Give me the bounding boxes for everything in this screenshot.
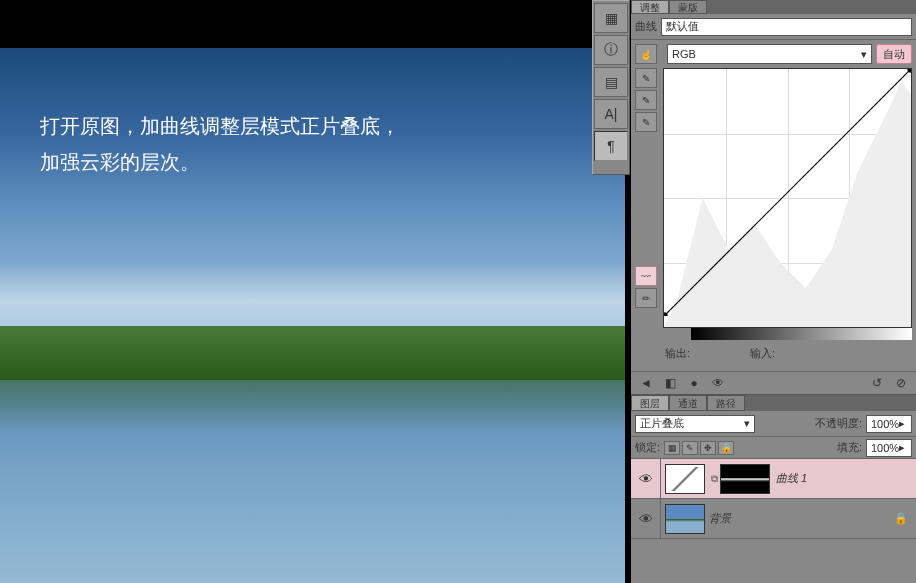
clip-icon[interactable]: ◧ (661, 375, 679, 391)
eye-icon[interactable]: 👁 (709, 375, 727, 391)
eyedropper-gray-icon[interactable]: ✎ (635, 90, 657, 110)
visibility-icon[interactable]: ● (685, 375, 703, 391)
lock-icon: 🔒 (894, 512, 908, 525)
paragraph-icon[interactable]: ¶ (594, 131, 628, 161)
auto-button[interactable]: 自动 (876, 44, 912, 64)
chevron-down-icon: ▾ (744, 417, 750, 430)
histogram-icon[interactable]: ▦ (594, 3, 628, 33)
curves-graph[interactable] (663, 68, 912, 328)
layer-name[interactable]: 曲线 1 (776, 471, 807, 486)
lock-label: 锁定: (635, 440, 660, 455)
fill-label: 填充: (837, 440, 862, 455)
lock-position-icon[interactable]: ✥ (700, 441, 716, 455)
layers-tabs: 图层 通道 路径 (631, 395, 916, 411)
blend-mode-row: 正片叠底 ▾ 不透明度: 100%▸ (631, 411, 916, 437)
eyedropper-white-icon[interactable]: ✎ (635, 112, 657, 132)
adjustment-thumbnail[interactable] (665, 464, 705, 494)
layer-name[interactable]: 背景 (709, 511, 731, 526)
swatches-icon[interactable]: ▤ (594, 67, 628, 97)
character-icon[interactable]: A| (594, 99, 628, 129)
tab-adjustments[interactable]: 调整 (631, 0, 669, 14)
tab-paths[interactable]: 路径 (707, 395, 745, 411)
layer-thumbnail[interactable] (665, 504, 705, 534)
input-gradient (691, 328, 912, 340)
overlay-text: 打开原图，加曲线调整层模式正片叠底， 加强云彩的层次。 (40, 108, 400, 180)
eye-icon[interactable]: 👁 (639, 471, 653, 487)
adjustments-tabs: 调整 蒙版 (631, 0, 916, 14)
tab-layers[interactable]: 图层 (631, 395, 669, 411)
curves-header: 曲线 默认值 (631, 14, 916, 40)
opacity-input[interactable]: 100%▸ (866, 415, 912, 433)
reset-icon[interactable]: ↺ (868, 375, 886, 391)
panels-area: 调整 蒙版 曲线 默认值 ☝ RGB ▾ 自动 ✎ ✎ ✎ 〰 (631, 0, 916, 583)
preset-dropdown[interactable]: 默认值 (661, 18, 912, 36)
layers-list: 👁 ⧉ 曲线 1 👁 背景 🔒 (631, 459, 916, 539)
document-image: 打开原图，加曲线调整层模式正片叠底， 加强云彩的层次。 (0, 48, 625, 583)
fill-input[interactable]: 100%▸ (866, 439, 912, 457)
output-label: 输出: (665, 346, 690, 361)
lock-row: 锁定: ▦ ✎ ✥ 🔒 填充: 100%▸ (631, 437, 916, 459)
link-icon[interactable]: ⧉ (711, 473, 718, 485)
mask-thumbnail[interactable] (720, 464, 770, 494)
lock-pixels-icon[interactable]: ✎ (682, 441, 698, 455)
eyedropper-black-icon[interactable]: ✎ (635, 68, 657, 88)
canvas-area[interactable]: 打开原图，加曲线调整层模式正片叠底， 加强云彩的层次。 (0, 48, 625, 583)
opacity-label: 不透明度: (815, 416, 862, 431)
layer-row[interactable]: 👁 ⧉ 曲线 1 (631, 459, 916, 499)
tab-channels[interactable]: 通道 (669, 395, 707, 411)
curves-label: 曲线 (635, 19, 657, 34)
channel-dropdown[interactable]: RGB ▾ (667, 44, 872, 64)
info-icon[interactable]: ⓘ (594, 35, 628, 65)
curves-panel: ☝ RGB ▾ 自动 ✎ ✎ ✎ 〰 ✏ (631, 40, 916, 371)
adjustments-footer: ◄ ◧ ● 👁 ↺ ⊘ (631, 371, 916, 395)
back-icon[interactable]: ◄ (637, 375, 655, 391)
eye-icon[interactable]: 👁 (639, 511, 653, 527)
side-toolbar: ▦ ⓘ ▤ A| ¶ (592, 0, 630, 175)
pencil-tool-icon[interactable]: ✏ (635, 288, 657, 308)
target-adjust-icon[interactable]: ☝ (635, 44, 657, 64)
chevron-down-icon: ▾ (861, 48, 867, 61)
delete-icon[interactable]: ⊘ (892, 375, 910, 391)
input-label: 输入: (750, 346, 775, 361)
layer-row[interactable]: 👁 背景 🔒 (631, 499, 916, 539)
curve-tool-icon[interactable]: 〰 (635, 266, 657, 286)
blend-mode-dropdown[interactable]: 正片叠底 ▾ (635, 415, 755, 433)
lock-transparency-icon[interactable]: ▦ (664, 441, 680, 455)
tab-masks[interactable]: 蒙版 (669, 0, 707, 14)
lock-all-icon[interactable]: 🔒 (718, 441, 734, 455)
svg-line-0 (664, 69, 911, 316)
